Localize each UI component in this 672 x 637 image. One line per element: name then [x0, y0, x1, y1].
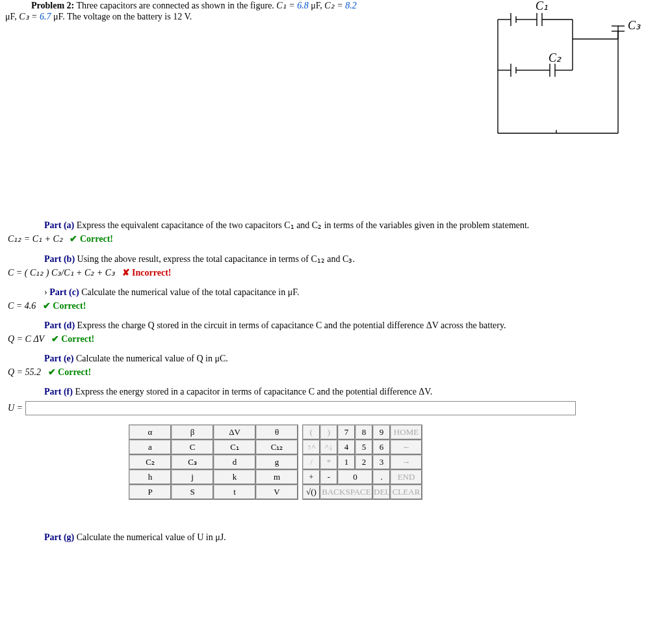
key-t[interactable]: t [214, 485, 255, 499]
key-j[interactable]: j [172, 470, 213, 484]
key-d[interactable]: d [214, 455, 255, 469]
problem-text-prefix: Three capacitors are connected as shown … [76, 1, 276, 10]
c1-label: C₁ [536, 0, 548, 13]
circuit-diagram: C₁ C₂ C₃ [472, 0, 667, 143]
part-f-text: Express the energy stored in a capacitor… [75, 387, 432, 396]
key-θ[interactable]: θ [256, 425, 298, 439]
c1-value: 6.8 [297, 1, 309, 10]
key-2[interactable]: 2 [355, 455, 372, 469]
key-6[interactable]: 6 [373, 440, 390, 454]
part-a: Part (a) Express the equivalent capacita… [44, 220, 667, 231]
part-d-answer: Q = C ΔV [8, 334, 44, 344]
part-d: Part (d) Express the charge Q stored in … [44, 320, 667, 331]
key-0[interactable]: 0 [338, 470, 372, 484]
keypad: αβΔVθaCC₁C₁₂C₂C₃dghjkmPStV ()789HOME↑^^↓… [129, 424, 667, 500]
key-C₁[interactable]: C₁ [214, 440, 255, 454]
key-8[interactable]: 8 [355, 425, 372, 439]
c3-value: 6.7 [40, 12, 51, 21]
key--[interactable]: - [320, 470, 337, 484]
key-k[interactable]: k [214, 470, 255, 484]
key-→[interactable]: → [391, 455, 422, 469]
key-)[interactable]: ) [320, 425, 337, 439]
part-b-answer: C = ( C₁₂ ) C₃/C₁ + C₂ + C₃ [8, 268, 115, 278]
part-e-status: ✔ Correct! [48, 367, 92, 377]
part-a-text: Express the equivalent capacitance of th… [77, 220, 530, 230]
key-9[interactable]: 9 [373, 425, 390, 439]
part-g-label: Part (g) [44, 532, 74, 542]
key-h[interactable]: h [129, 470, 171, 484]
key-C[interactable]: C [172, 440, 213, 454]
key-^↓[interactable]: ^↓ [320, 440, 337, 454]
c1-unit: μF, [309, 1, 325, 10]
keypad-numbers: ()789HOME↑^^↓456←/*123→+-0.END√()BACKSPA… [302, 424, 422, 500]
key-BACKSPACE[interactable]: BACKSPACE [320, 485, 372, 499]
key-CLEAR[interactable]: CLEAR [391, 485, 422, 499]
part-g-text: Calculate the numerical value of U in μJ… [77, 532, 226, 542]
part-f-input-label: U = [8, 403, 23, 413]
part-a-answer: C₁₂ = C₁ + C₂ [8, 234, 63, 244]
key-C₁₂[interactable]: C₁₂ [256, 440, 298, 454]
part-b-label: Part (b) [44, 254, 75, 264]
c1-symbol: C₁ = [276, 1, 297, 10]
answer-input[interactable] [25, 401, 576, 415]
part-c-answer: C = 4.6 [8, 301, 36, 311]
line2-prefix: μF, [5, 12, 19, 21]
c2-symbol: C₂ = [324, 1, 345, 10]
key-+[interactable]: + [303, 470, 320, 484]
key-*[interactable]: * [320, 455, 337, 469]
key-ΔV[interactable]: ΔV [214, 425, 255, 439]
key-([interactable]: ( [303, 425, 320, 439]
part-d-text: Express the charge Q stored in the circu… [77, 320, 506, 330]
part-c-label: Part (c) [49, 287, 79, 297]
key-C₃[interactable]: C₃ [172, 455, 213, 469]
part-c-text: Calculate the numerical value of the tot… [81, 287, 299, 297]
key-g[interactable]: g [256, 455, 298, 469]
key-END[interactable]: END [391, 470, 422, 484]
part-d-label: Part (d) [44, 320, 75, 330]
key-HOME[interactable]: HOME [391, 425, 422, 439]
part-e-text: Calculate the numerical value of Q in μC… [76, 354, 228, 363]
c3-label: C₃ [628, 18, 640, 32]
c3-symbol: C₃ = [19, 12, 40, 21]
part-c-status: ✔ Correct! [43, 301, 86, 311]
key-S[interactable]: S [172, 485, 213, 499]
key-a[interactable]: a [129, 440, 171, 454]
key-.[interactable]: . [373, 470, 390, 484]
key-α[interactable]: α [129, 425, 171, 439]
part-g: Part (g) Calculate the numerical value o… [44, 532, 667, 543]
c2-value: 8.2 [345, 1, 357, 10]
key-4[interactable]: 4 [338, 440, 355, 454]
part-b: Part (b) Using the above result, express… [44, 254, 667, 265]
part-b-status: ✘ Incorrect! [122, 268, 172, 278]
part-b-text: Using the above result, express the tota… [77, 254, 355, 264]
part-c-marker: › [44, 287, 47, 297]
key-5[interactable]: 5 [355, 440, 372, 454]
part-e: Part (e) Calculate the numerical value o… [44, 354, 667, 364]
part-e-answer: Q = 55.2 [8, 367, 41, 377]
key-↑^[interactable]: ↑^ [303, 440, 320, 454]
key-←[interactable]: ← [391, 440, 422, 454]
part-e-label: Part (e) [44, 354, 73, 363]
key-1[interactable]: 1 [338, 455, 355, 469]
key-√()[interactable]: √() [303, 485, 320, 499]
key-3[interactable]: 3 [373, 455, 390, 469]
c3-rest: μF. The voltage on the battery is 12 V. [51, 12, 192, 21]
key-P[interactable]: P [129, 485, 171, 499]
part-f-label: Part (f) [44, 387, 73, 396]
part-d-status: ✔ Correct! [51, 334, 95, 344]
key-m[interactable]: m [256, 470, 298, 484]
part-a-status: ✔ Correct! [70, 234, 113, 244]
key-7[interactable]: 7 [338, 425, 355, 439]
key-DEL[interactable]: DEL [373, 485, 390, 499]
problem-label: Problem 2: [31, 1, 74, 10]
key-β[interactable]: β [172, 425, 213, 439]
part-a-label: Part (a) [44, 220, 74, 230]
part-c: › Part (c) Calculate the numerical value… [44, 287, 667, 298]
c2-label: C₂ [549, 51, 561, 65]
key-C₂[interactable]: C₂ [129, 455, 171, 469]
part-f: Part (f) Express the energy stored in a … [44, 387, 667, 397]
key-/[interactable]: / [303, 455, 320, 469]
keypad-variables: αβΔVθaCC₁C₁₂C₂C₃dghjkmPStV [129, 424, 298, 500]
key-V[interactable]: V [256, 485, 298, 499]
